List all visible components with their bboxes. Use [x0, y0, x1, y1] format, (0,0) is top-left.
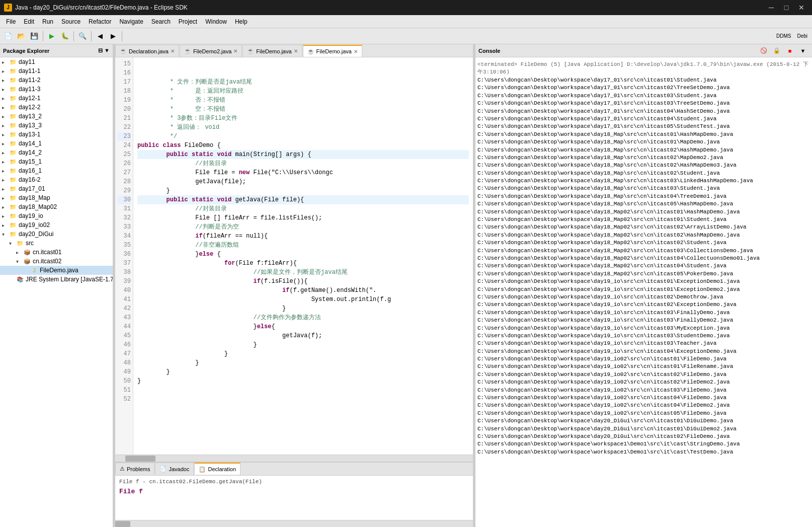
tree-item-src[interactable]: ▾📁src	[0, 239, 113, 248]
ddms-button[interactable]: DDMS	[774, 30, 793, 42]
tree-item-day15-1[interactable]: ▸📁day15_1	[0, 157, 113, 166]
tree-item-day16-1[interactable]: ▸📁day16_1	[0, 166, 113, 175]
console-terminate-button[interactable]: ■	[784, 45, 796, 57]
debug-button[interactable]: 🐛	[59, 30, 71, 42]
line-number-41: 41	[117, 295, 131, 304]
tree-item-label: day16-2	[19, 176, 40, 183]
tab-filedemo-active[interactable]: ☕ FileDemo.java ✕	[303, 45, 362, 57]
code-line-37: }else {	[137, 250, 469, 259]
tree-item-day14-1[interactable]: ▸📁day14_1	[0, 139, 113, 148]
tree-item-day13-3[interactable]: ▸📁day13_3	[0, 121, 113, 130]
menu-refactor[interactable]: Refactor	[85, 15, 115, 28]
package-explorer: Package Explorer ⊟ ▼ ▸📁day11▸📁day11-1▸📁d…	[0, 44, 113, 527]
bottom-h-scrollbar-thumb[interactable]	[115, 521, 130, 527]
bottom-panel: ⚠ Problems 📄 Javadoc 📋 Declaration	[115, 462, 473, 527]
console-scroll-lock-button[interactable]: 🔒	[771, 45, 783, 57]
menu-navigate[interactable]: Navigate	[115, 15, 147, 28]
tree-item-icon: 📁	[9, 176, 17, 184]
tab-declaration[interactable]: 📋 Declaration	[194, 463, 240, 475]
tree-item-JRE-System-Library--JavaSE-1-7-[interactable]: 📚JRE System Library [JavaSE-1.7]	[0, 275, 113, 284]
code-line-41: if(f.getName().endsWith(".	[137, 286, 469, 295]
tree-item-label: src	[26, 240, 34, 247]
save-button[interactable]: 💾	[28, 30, 40, 42]
menu-edit[interactable]: Edit	[20, 15, 38, 28]
console-line-5: C:\Users\dongcan\Desktop\workspace\day17…	[477, 115, 810, 123]
line-number-44: 44	[117, 322, 131, 331]
declaration-var: f	[139, 488, 143, 495]
console-line-23: C:\Users\dongcan\Desktop\workspace\day18…	[477, 255, 810, 262]
run-button[interactable]: ▶	[46, 30, 58, 42]
tree-item-day19-io02[interactable]: ▸📁day19_io02	[0, 220, 113, 230]
minimize-button[interactable]: ─	[765, 3, 778, 13]
menu-window[interactable]: Window	[201, 15, 231, 28]
new-button[interactable]: 📄	[2, 30, 14, 42]
collapse-all-button[interactable]: ⊟	[98, 47, 103, 54]
tree-item-icon: 📁	[9, 158, 17, 166]
tab-problems[interactable]: ⚠ Problems	[115, 463, 154, 475]
menu-source[interactable]: Source	[57, 15, 85, 28]
tree-item-day13-1[interactable]: ▸📁day13-1	[0, 130, 113, 139]
tab-label-filedemo-active: FileDemo.java	[316, 48, 352, 54]
line-number-17: 17	[117, 78, 131, 87]
tree-arrow: ▸	[2, 186, 9, 192]
tree-item-day12-2[interactable]: ▸📁day12-2	[0, 103, 113, 112]
code-line-40: if(f.isFile()){	[137, 277, 469, 286]
menu-file[interactable]: File	[2, 15, 20, 28]
tree-item-FileDemo-java[interactable]: JFileDemo.java	[0, 266, 113, 275]
tree-item-day14-2[interactable]: ▸📁day14_2	[0, 148, 113, 157]
debi-button[interactable]: Debi	[794, 30, 810, 42]
bottom-horizontal-scrollbar[interactable]	[115, 520, 473, 527]
menu-run[interactable]: Run	[38, 15, 57, 28]
menu-project[interactable]: Project	[175, 15, 201, 28]
console-line-21: C:\Users\dongcan\Desktop\workspace\day18…	[477, 239, 810, 247]
tree-item-cn-itcast02[interactable]: ▾📦cn.itcast02	[0, 257, 113, 266]
tab-close-declaration[interactable]: ✕	[171, 48, 175, 54]
tree-item-day11[interactable]: ▸📁day11	[0, 57, 113, 66]
code-line-30: public static void getJava(File file){	[137, 195, 469, 204]
toolbar-sep-1	[43, 31, 43, 41]
prev-edit-button[interactable]: ◀	[94, 30, 106, 42]
console-menu-button[interactable]: ▼	[797, 45, 809, 57]
tree-item-day18-Map02[interactable]: ▸📁day18_Map02	[0, 202, 113, 211]
code-editor[interactable]: 1516171819202122232425262728293031323334…	[115, 57, 473, 455]
tree-item-cn-itcast01[interactable]: ▸📦cn.itcast01	[0, 248, 113, 257]
tree-item-day18-Map[interactable]: ▸📁day18_Map	[0, 193, 113, 202]
code-line-31: //封装目录	[137, 204, 469, 213]
close-button[interactable]: ✕	[795, 3, 808, 13]
code-line-24: //封装目录	[137, 159, 469, 168]
console-line-11: C:\Users\dongcan\Desktop\workspace\day18…	[477, 162, 810, 169]
tree-item-day16-2[interactable]: ▸📁day16-2	[0, 175, 113, 184]
tab-filedemo2[interactable]: ☕ FileDemo2.java ✕	[180, 45, 242, 57]
next-edit-button[interactable]: ▶	[107, 30, 119, 42]
package-explorer-menu-button[interactable]: ▼	[104, 47, 110, 54]
tree-item-day20-DiGui[interactable]: ▾📁day20_DiGui	[0, 230, 113, 239]
package-explorer-title: Package Explorer	[3, 48, 49, 54]
tree-item-day11-1[interactable]: ▸📁day11-1	[0, 66, 113, 76]
code-line-34: if(fileArr == null){	[137, 232, 469, 241]
tab-close-filedemo3[interactable]: ✕	[294, 48, 298, 54]
code-h-scrollbar-thumb[interactable]	[125, 456, 155, 462]
menu-search[interactable]: Search	[147, 15, 175, 28]
code-content[interactable]: * 文件：判断是否是java结尾 * 是：返回对应路径 * 否：不报错 * 空：…	[133, 57, 473, 455]
tree-item-day11-2[interactable]: ▸📁day11-2	[0, 76, 113, 85]
tab-declaration[interactable]: ☕ Declaration.java ✕	[115, 45, 179, 57]
tree-item-day19-io[interactable]: ▸📁day19_io	[0, 211, 113, 220]
tab-filedemo3[interactable]: ☕ FileDemo.java ✕	[242, 45, 302, 57]
problems-icon: ⚠	[120, 466, 125, 472]
open-button[interactable]: 📂	[15, 30, 27, 42]
tab-close-filedemo-active[interactable]: ✕	[354, 49, 358, 54]
code-horizontal-scrollbar[interactable]	[115, 455, 473, 462]
maximize-button[interactable]: □	[780, 3, 793, 13]
line-number-45: 45	[117, 331, 131, 340]
tab-close-filedemo2[interactable]: ✕	[233, 48, 237, 54]
tree-item-day12-1[interactable]: ▸📁day12-1	[0, 94, 113, 103]
menu-help[interactable]: Help	[231, 15, 252, 28]
tab-javadoc[interactable]: 📄 Javadoc	[155, 463, 194, 475]
line-number-47: 47	[117, 349, 131, 358]
search-button[interactable]: 🔍	[76, 30, 89, 42]
tree-item-label: day14_2	[19, 149, 42, 156]
tree-item-day11-3[interactable]: ▸📁day11-3	[0, 85, 113, 94]
console-clear-button[interactable]: 🚫	[758, 45, 770, 57]
tree-item-day13-2[interactable]: ▸📁day13_2	[0, 112, 113, 121]
tree-item-day17-01[interactable]: ▸📁day17_01	[0, 184, 113, 193]
